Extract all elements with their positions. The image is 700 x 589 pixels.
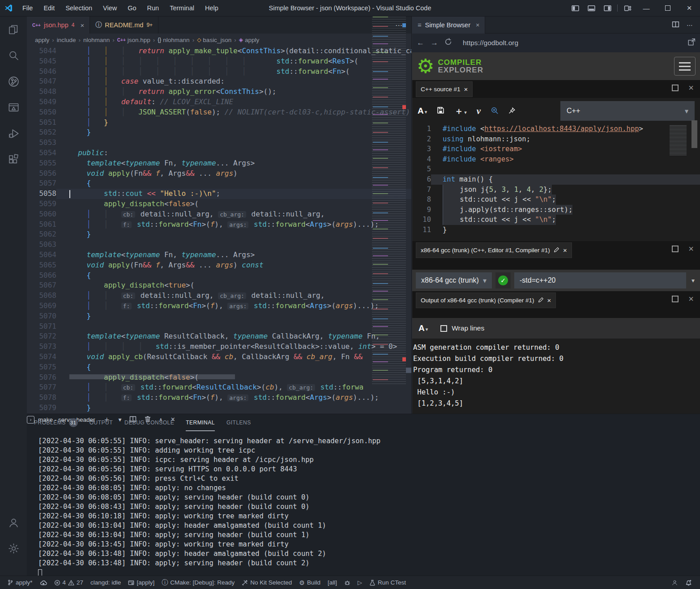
close-pane-icon[interactable]: × [563,246,567,254]
maximize-pane-icon[interactable] [672,246,679,252]
layout-sidebar-left-icon[interactable] [567,0,583,16]
font-size-button[interactable]: A▾ [418,323,428,333]
save-button[interactable] [437,106,444,115]
braces-icon: {} [158,37,161,43]
split-editor-icon[interactable] [672,21,679,30]
ce-minimap[interactable] [670,125,687,156]
vim-mode-button[interactable]: v [477,106,481,117]
minimize-button[interactable]: — [636,0,657,16]
more-actions-icon[interactable]: ⋯ [687,21,694,29]
compiler-select[interactable]: x86-64 gcc (trunk) ▾ [416,272,492,288]
menu-view[interactable]: View [98,0,122,16]
ce-scrollbar[interactable] [691,120,697,148]
menu-terminal[interactable]: Terminal [164,0,200,16]
pin-button[interactable] [508,107,516,115]
run-and-debug-icon[interactable] [0,120,27,146]
panel-tab-problems[interactable]: PROBLEMS31 [34,414,78,431]
extensions-icon[interactable] [0,146,27,172]
editor-vertical-scrollbar[interactable] [406,368,411,373]
menu-file[interactable]: File [17,0,38,16]
ce-source-editor[interactable]: 1#include <https://localhost:8443/apply/… [412,124,700,241]
close-tab-icon[interactable]: × [476,21,479,29]
status-build-target[interactable]: [all] [324,576,341,589]
status-branch[interactable]: apply* [4,576,36,589]
menu-go[interactable]: Go [122,0,141,16]
close-window-button[interactable]: × [679,0,700,16]
edit-pane-title-icon[interactable] [538,297,544,304]
panel-tab-gitlens[interactable]: GITLENS [226,414,251,431]
menu-selection[interactable]: Selection [60,0,98,16]
forward-icon[interactable]: → [431,38,438,47]
breadcrumb-item-basic_json[interactable]: ◇basic_json [197,37,231,43]
breadcrumb-item-nlohmann[interactable]: nlohmann [83,37,110,43]
breadcrumb-item-json.hpp[interactable]: C++json.hpp [117,37,150,43]
hamburger-menu-icon[interactable] [674,57,696,76]
source-control-icon[interactable] [0,68,27,94]
maximize-button[interactable] [657,0,679,16]
open-external-icon[interactable] [687,38,696,48]
status-cmake-build[interactable]: ⚙Build [295,576,324,589]
menu-edit[interactable]: Edit [38,0,60,16]
minimap[interactable] [372,17,406,384]
ce-source-tab[interactable]: C++ source #1 × [416,81,473,97]
panel-tab-terminal[interactable]: TERMINAL [186,414,215,431]
close-pane-icon[interactable]: × [547,297,551,304]
accounts-icon[interactable] [0,509,27,535]
tab-json.hpp[interactable]: C++json.hpp4× [27,17,90,34]
layout-customize-icon[interactable] [619,0,636,16]
status-launch-target[interactable]: ▷ [354,576,366,589]
compiler-options-input[interactable]: -std=c++20 [514,272,686,288]
add-pane-button[interactable]: ＋▾ [454,105,467,117]
code-line-5070: 5070 } [27,311,411,322]
ce-output-tab[interactable]: Output of x86-64 gcc (trunk) (Compiler #… [416,292,556,308]
close-pane-icon[interactable]: × [688,85,694,91]
language-select[interactable]: C++ ▾ [560,101,695,121]
close-pane-icon[interactable]: × [688,296,694,302]
wrap-lines-checkbox[interactable] [440,325,447,332]
edit-pane-title-icon[interactable] [554,247,559,254]
maximize-pane-icon[interactable] [672,296,679,302]
breadcrumb-item-apply[interactable]: apply [35,37,49,43]
maximize-pane-icon[interactable] [672,85,679,91]
search-icon[interactable] [0,42,27,68]
breadcrumb[interactable]: apply›include›nlohmann›C++json.hpp›{}nlo… [27,34,411,46]
layout-sidebar-right-icon[interactable] [599,0,615,16]
menu-help[interactable]: Help [200,0,224,16]
breadcrumb-item-include[interactable]: include [57,37,76,43]
status-notifications[interactable] [682,576,696,589]
status-problems[interactable]: 427 [51,576,87,589]
cmake-panel-icon[interactable] [0,94,27,120]
panel-tab-output[interactable]: OUTPUT [90,414,113,431]
ce-compiler-tab[interactable]: x86-64 gcc (trunk) (C++, Editor #1, Comp… [416,242,572,258]
tab-simple-browser[interactable]: ≡ Simple Browser × [412,17,485,34]
terminal-output[interactable]: [2022-04-30 06:05:55] INFO: serve_header… [27,431,700,576]
panel-tab-debug-console[interactable]: DEBUG CONSOLE [124,414,174,431]
tab-readme.md[interactable]: ⓘREADME.md9+ [90,17,158,34]
code-editor[interactable]: 5044 │ │ │ return apply_make_tuple<Const… [27,46,411,414]
search-button[interactable] [491,106,499,116]
compile-status-button[interactable]: ✓ [495,272,511,288]
breadcrumb-item-nlohmann[interactable]: {}nlohmann [158,37,189,43]
chevron-down-icon[interactable]: ▾ [690,277,696,284]
settings-gear-icon[interactable] [0,535,27,561]
reload-icon[interactable] [444,38,452,48]
url-input[interactable]: https://godbolt.org [458,39,681,47]
breadcrumb-item-apply[interactable]: ◈apply [239,37,260,43]
status-run-ctest[interactable]: Run CTest [366,576,410,589]
font-size-button[interactable]: A▾ [418,106,427,116]
status-cmake-status[interactable]: ⓘCMake: [Debug]: Ready [158,576,238,589]
status-debug-target[interactable] [341,576,354,589]
status-cmake-kit[interactable]: No Kit Selected [238,576,295,589]
close-pane-icon[interactable]: × [464,85,468,93]
back-icon[interactable]: ← [417,38,424,47]
status-feedback[interactable] [668,576,682,589]
status-publish[interactable] [36,576,51,589]
close-pane-icon[interactable]: × [688,246,694,252]
status-cmake-project[interactable]: [apply] [124,576,158,589]
explorer-icon[interactable] [0,17,27,42]
layout-panel-icon[interactable] [583,0,599,16]
status-clangd-status[interactable]: clangd: idle [87,576,124,589]
menu-run[interactable]: Run [142,0,165,16]
editor-horizontal-scrollbar[interactable] [69,374,235,379]
close-tab-icon[interactable]: × [80,21,84,29]
